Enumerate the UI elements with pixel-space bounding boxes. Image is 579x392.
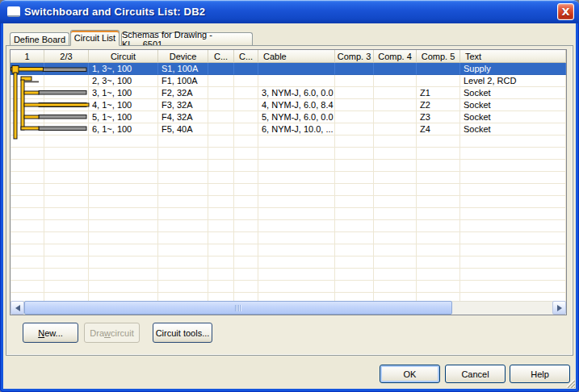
- table-row[interactable]: [10, 184, 566, 196]
- table-cell: [208, 244, 234, 256]
- table-cell: [234, 111, 258, 123]
- tab-define-board[interactable]: Define Board: [10, 32, 69, 46]
- table-cell: [417, 208, 460, 220]
- column-header-c[interactable]: C...: [234, 50, 258, 63]
- table-cell: [234, 281, 258, 293]
- table-row[interactable]: [10, 269, 566, 281]
- table-cell: [208, 269, 234, 281]
- table-cell: [460, 160, 566, 172]
- table-cell: [460, 244, 566, 256]
- table-cell: [374, 244, 417, 256]
- horizontal-scrollbar[interactable]: [10, 301, 566, 315]
- table-row[interactable]: [10, 160, 566, 172]
- column-header-comp-4[interactable]: Comp. 4: [374, 50, 417, 63]
- table-row[interactable]: 3, 1~, 100F2, 32A3, NYM-J, 6.0, 0.0Z1Soc…: [10, 87, 566, 99]
- table-row[interactable]: 4, 1~, 100F3, 32A4, NYM-J, 6.0, 8.4Z2Soc…: [10, 99, 566, 111]
- table-row[interactable]: [10, 196, 566, 208]
- table-cell: [234, 293, 258, 301]
- table-cell: [10, 111, 44, 123]
- table-cell: [234, 220, 258, 232]
- chevron-right-icon: [557, 305, 562, 311]
- table-cell: [44, 75, 89, 87]
- table-cell: [208, 293, 234, 301]
- table-row[interactable]: [10, 232, 566, 244]
- table-cell: [158, 232, 208, 244]
- table-cell: [234, 63, 258, 75]
- table-cell: [417, 148, 460, 160]
- table-cell: [10, 63, 44, 75]
- table-cell: [258, 172, 335, 184]
- column-header-text[interactable]: Text: [460, 50, 566, 63]
- table-cell: [258, 220, 335, 232]
- column-header-1[interactable]: 1: [10, 50, 44, 63]
- table-cell: [208, 232, 234, 244]
- table-cell: [335, 208, 374, 220]
- table-cell: [234, 184, 258, 196]
- table-row[interactable]: [10, 256, 566, 269]
- table-cell: [44, 136, 89, 148]
- titlebar[interactable]: Switchboard and Circuits List: DB2 X: [0, 0, 579, 23]
- circuit-tools-button[interactable]: Circuit tools...: [153, 323, 212, 343]
- table-cell: [417, 172, 460, 184]
- table-row[interactable]: [10, 220, 566, 232]
- table-cell: [89, 232, 158, 244]
- table-row[interactable]: [10, 281, 566, 293]
- table-row[interactable]: 6, 1~, 100F5, 40A6, NYM-J, 10.0, ...Z4So…: [10, 123, 566, 136]
- scroll-right-button[interactable]: [552, 301, 566, 315]
- column-header-comp-5[interactable]: Comp. 5: [417, 50, 460, 63]
- table-cell: [158, 148, 208, 160]
- help-button[interactable]: Help: [510, 365, 570, 383]
- column-header-cable[interactable]: Cable: [258, 50, 335, 63]
- table-row[interactable]: [10, 136, 566, 148]
- tab-circuit-list[interactable]: Circuit List: [70, 30, 120, 46]
- switchboard-dialog: Switchboard and Circuits List: DB2 X Def…: [0, 0, 579, 392]
- new-button[interactable]: New...: [23, 323, 78, 343]
- table-cell: [374, 208, 417, 220]
- column-header-c[interactable]: C...: [208, 50, 234, 63]
- table-cell: [335, 281, 374, 293]
- table-cell: Socket: [460, 87, 566, 99]
- table-cell: [335, 196, 374, 208]
- table-cell: S1, 100A: [158, 63, 208, 75]
- table-cell: [335, 172, 374, 184]
- column-header-comp-3[interactable]: Comp. 3: [335, 50, 374, 63]
- resize-grip-icon[interactable]: [564, 377, 575, 388]
- table-cell: [417, 184, 460, 196]
- table-cell: [417, 244, 460, 256]
- table-cell: [460, 136, 566, 148]
- table-row[interactable]: [10, 244, 566, 256]
- column-header-circuit[interactable]: Circuit: [89, 50, 158, 63]
- table-cell: [374, 184, 417, 196]
- table-row[interactable]: [10, 148, 566, 160]
- table-cell: [258, 269, 335, 281]
- scroll-left-button[interactable]: [10, 301, 24, 315]
- table-cell: [258, 184, 335, 196]
- table-row[interactable]: [10, 293, 566, 301]
- table-row[interactable]: 1, 3~, 100S1, 100ASupply: [10, 63, 566, 75]
- table-cell: [89, 160, 158, 172]
- table-row[interactable]: [10, 208, 566, 220]
- table-cell: [460, 196, 566, 208]
- cancel-button[interactable]: Cancel: [445, 365, 506, 383]
- table-cell: [44, 148, 89, 160]
- table-cell: [234, 123, 258, 136]
- table-row[interactable]: [10, 172, 566, 184]
- table-cell: F5, 40A: [158, 123, 208, 136]
- table-cell: [234, 99, 258, 111]
- table-cell: [208, 136, 234, 148]
- table-cell: [208, 123, 234, 136]
- tab-schemas-for-drawing[interactable]: Schemas for Drawing - KL__6501: [121, 32, 253, 46]
- ok-button[interactable]: OK: [380, 365, 440, 383]
- column-header-2-3[interactable]: 2/3: [44, 50, 89, 63]
- close-button[interactable]: X: [557, 3, 574, 20]
- table-row[interactable]: 2, 3~, 100F1, 100ALevel 2, RCD: [10, 75, 566, 87]
- scrollbar-thumb[interactable]: [24, 301, 452, 315]
- column-header-device[interactable]: Device: [158, 50, 208, 63]
- table-cell: [89, 136, 158, 148]
- table-cell: F2, 32A: [158, 87, 208, 99]
- table-cell: [374, 160, 417, 172]
- table-cell: Level 2, RCD: [460, 75, 566, 87]
- draw-circuit-button[interactable]: Draw circuit: [84, 323, 140, 343]
- table-row[interactable]: 5, 1~, 100F4, 32A5, NYM-J, 6.0, 0.0Z3Soc…: [10, 111, 566, 123]
- table-cell: [460, 220, 566, 232]
